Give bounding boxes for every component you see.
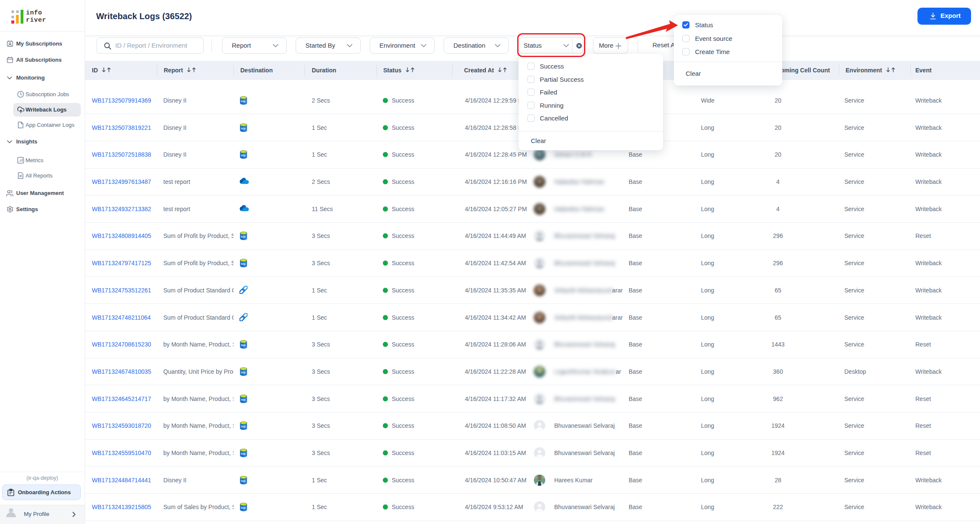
svg-text:SQL: SQL — [241, 507, 246, 509]
svg-text:SQL: SQL — [241, 452, 246, 455]
svg-text:SQL: SQL — [241, 100, 246, 103]
svg-text:SQL: SQL — [241, 235, 246, 238]
svg-text:SQL: SQL — [241, 371, 246, 374]
svg-text:SQL: SQL — [241, 344, 246, 346]
svg-text:SQL: SQL — [241, 127, 246, 130]
svg-text:river: river — [26, 17, 46, 24]
svg-text:SQL: SQL — [241, 154, 246, 157]
svg-text:SQL: SQL — [241, 425, 246, 428]
svg-text:SQL: SQL — [241, 398, 246, 401]
svg-text:info: info — [26, 9, 42, 17]
svg-text:SQL: SQL — [241, 480, 246, 482]
svg-text:SQL: SQL — [241, 263, 246, 265]
